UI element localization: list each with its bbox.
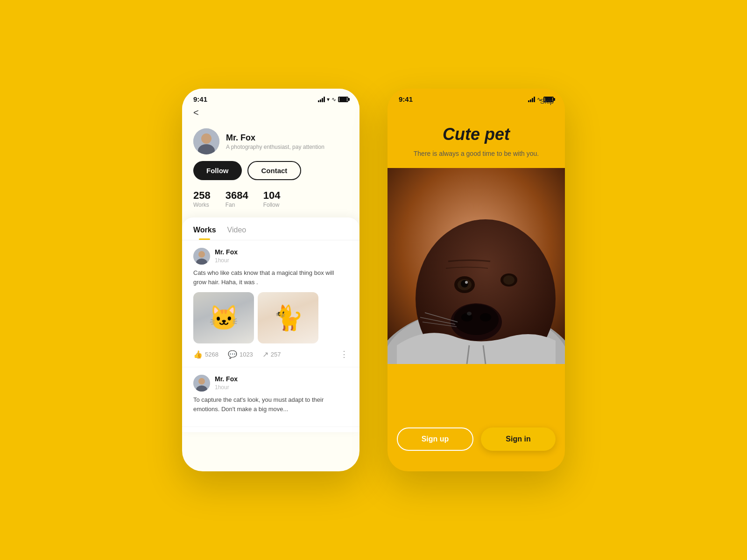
wifi-icon: ▾: [327, 96, 330, 103]
svg-point-7: [198, 378, 205, 385]
stat-follow: 104 Follow: [263, 189, 281, 208]
status-icons-left: ▾ ∿: [318, 96, 348, 103]
tabs: Works Video: [182, 217, 359, 240]
svg-point-22: [480, 313, 491, 322]
status-time-left: 9:41: [193, 95, 207, 103]
comment-count: 1023: [240, 351, 253, 358]
status-bar-left: 9:41 ▾ ∿: [182, 89, 359, 106]
status-time-right: 9:41: [399, 95, 413, 103]
onboarding-title: Cute pet There is always a good time to …: [388, 125, 565, 159]
post-2-meta: Mr. Fox 1hour: [215, 375, 238, 391]
post-2-avatar: [193, 375, 210, 392]
post-1-avatar-img: [193, 248, 210, 265]
signup-button[interactable]: Sign up: [397, 427, 473, 451]
stat-works-label: Works: [193, 202, 211, 208]
post-1-meta: Mr. Fox 1hour: [215, 248, 238, 264]
post-1-author: Mr. Fox: [215, 248, 238, 256]
comment-icon: 💬: [228, 350, 237, 359]
follow-button[interactable]: Follow: [193, 161, 242, 180]
avatar-image: [193, 128, 219, 154]
profile-text: Mr. Fox A photography enthusiast, pay at…: [226, 133, 324, 150]
back-button[interactable]: <: [193, 108, 348, 117]
dog-image-container: [388, 168, 565, 364]
like-icon: 👍: [193, 350, 203, 359]
share-action[interactable]: ↗ 257: [262, 350, 281, 359]
phone-header: <: [182, 106, 359, 123]
post-1-header: Mr. Fox 1hour: [193, 248, 348, 265]
signin-button[interactable]: Sign in: [481, 427, 556, 451]
stat-follow-number: 104: [263, 189, 281, 202]
comment-action[interactable]: 💬 1023: [228, 350, 253, 359]
stat-fan: 3684 Fan: [226, 189, 248, 208]
post-2-author: Mr. Fox: [215, 375, 238, 383]
tab-video[interactable]: Video: [227, 226, 247, 240]
app-subtitle: There is always a good time to be with y…: [397, 149, 556, 159]
post-image-cat2: [258, 292, 318, 343]
svg-point-4: [198, 251, 205, 258]
content-card: Works Video Mr. Fox 1hour Cats who like …: [182, 217, 359, 432]
svg-point-18: [503, 275, 514, 285]
post-2-text: To capture the cat's look, you must adap…: [193, 395, 348, 413]
svg-point-20: [454, 304, 499, 335]
stat-follow-label: Follow: [263, 202, 281, 208]
post-2: Mr. Fox 1hour To capture the cat's look,…: [182, 367, 359, 427]
contact-button[interactable]: Contact: [247, 161, 302, 180]
profile-name: Mr. Fox: [226, 133, 324, 143]
svg-point-15: [461, 280, 468, 287]
stat-works-number: 258: [193, 189, 211, 202]
post-1-images: [193, 292, 348, 343]
like-action[interactable]: 👍 5268: [193, 350, 218, 359]
avatar: [193, 128, 219, 154]
onboarding-buttons: Sign up Sign in: [388, 416, 565, 462]
right-phone: 9:41 ∿ Skip Cute pet There is always a g…: [388, 89, 565, 471]
left-phone: 9:41 ▾ ∿ < Mr. Fox: [182, 89, 359, 471]
wifi-symbol: ∿: [331, 96, 336, 103]
action-buttons: Follow Contact: [193, 161, 348, 180]
post-1-actions: 👍 5268 💬 1023 ↗ 257 ⋮: [193, 349, 348, 359]
tab-works[interactable]: Works: [193, 226, 216, 240]
signal-icon-right: [528, 97, 535, 102]
post-2-time: 1hour: [215, 384, 229, 391]
post-2-header: Mr. Fox 1hour: [193, 375, 348, 392]
share-icon: ↗: [262, 350, 268, 359]
stats-row: 258 Works 3684 Fan 104 Follow: [193, 189, 348, 208]
app-title: Cute pet: [397, 125, 556, 144]
profile-bio: A photography enthusiast, pay attention: [226, 144, 324, 150]
skip-button[interactable]: Skip: [540, 97, 554, 105]
like-count: 5268: [205, 351, 218, 358]
stat-works: 258 Works: [193, 189, 211, 208]
status-bar-right: 9:41 ∿: [388, 89, 565, 106]
svg-point-16: [465, 281, 468, 284]
stat-fan-label: Fan: [226, 202, 248, 208]
post-1-time: 1hour: [215, 257, 229, 264]
post-1-text: Cats who like cats know that a magical t…: [193, 268, 348, 287]
profile-info: Mr. Fox A photography enthusiast, pay at…: [193, 128, 348, 154]
post-image-cat1: [193, 292, 254, 343]
post-more-button[interactable]: ⋮: [340, 349, 348, 359]
post-1: Mr. Fox 1hour Cats who like cats know th…: [182, 240, 359, 367]
post-1-avatar: [193, 248, 210, 265]
share-count: 257: [271, 351, 281, 358]
svg-point-23: [467, 312, 472, 315]
dog-illustration: [388, 168, 565, 364]
signal-icon: [318, 97, 325, 102]
profile-section: Mr. Fox A photography enthusiast, pay at…: [182, 123, 359, 208]
svg-point-1: [201, 133, 211, 144]
post-2-avatar-img: [193, 375, 210, 392]
stat-fan-number: 3684: [226, 189, 248, 202]
battery-icon: [338, 97, 348, 102]
